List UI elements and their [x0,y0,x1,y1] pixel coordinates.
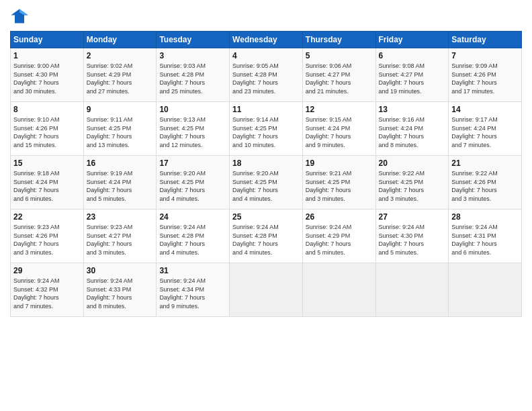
day-number: 14 [451,105,519,114]
day-cell [230,263,303,317]
day-cell: 3Sunrise: 9:03 AM Sunset: 4:28 PM Daylig… [157,48,230,102]
day-cell: 26Sunrise: 9:24 AM Sunset: 4:29 PM Dayli… [302,210,375,263]
day-info: Sunrise: 9:24 AM Sunset: 4:32 PM Dayligh… [13,277,81,310]
day-number: 2 [87,51,154,60]
week-row-3: 15Sunrise: 9:18 AM Sunset: 4:24 PM Dayli… [11,156,522,210]
day-number: 13 [379,105,446,114]
day-number: 4 [232,51,300,60]
week-row-2: 8Sunrise: 9:10 AM Sunset: 4:26 PM Daylig… [11,102,522,156]
column-header-tuesday: Tuesday [157,32,230,48]
day-info: Sunrise: 9:24 AM Sunset: 4:28 PM Dayligh… [232,223,300,257]
day-cell: 29Sunrise: 9:24 AM Sunset: 4:32 PM Dayli… [11,263,84,317]
day-number: 23 [87,212,154,222]
day-info: Sunrise: 9:24 AM Sunset: 4:31 PM Dayligh… [451,223,519,257]
day-number: 29 [13,266,81,275]
day-cell: 18Sunrise: 9:20 AM Sunset: 4:25 PM Dayli… [230,156,303,210]
week-row-1: 1Sunrise: 9:00 AM Sunset: 4:30 PM Daylig… [11,48,522,102]
day-number: 15 [13,158,81,168]
day-number: 5 [306,51,373,60]
day-info: Sunrise: 9:20 AM Sunset: 4:25 PM Dayligh… [232,169,300,203]
day-number: 27 [379,212,446,222]
day-number: 26 [306,212,373,222]
day-number: 8 [13,105,81,114]
day-info: Sunrise: 9:10 AM Sunset: 4:26 PM Dayligh… [13,116,81,149]
day-cell: 5Sunrise: 9:06 AM Sunset: 4:27 PM Daylig… [302,48,375,102]
day-info: Sunrise: 9:15 AM Sunset: 4:24 PM Dayligh… [306,116,373,149]
day-cell: 28Sunrise: 9:24 AM Sunset: 4:31 PM Dayli… [449,210,522,263]
day-info: Sunrise: 9:24 AM Sunset: 4:28 PM Dayligh… [159,223,226,257]
day-info: Sunrise: 9:19 AM Sunset: 4:24 PM Dayligh… [87,169,154,203]
day-cell: 17Sunrise: 9:20 AM Sunset: 4:25 PM Dayli… [157,156,230,210]
day-info: Sunrise: 9:21 AM Sunset: 4:25 PM Dayligh… [306,169,373,203]
day-number: 22 [13,212,81,222]
page-container: SundayMondayTuesdayWednesdayThursdayFrid… [0,0,532,324]
day-info: Sunrise: 9:23 AM Sunset: 4:27 PM Dayligh… [87,223,154,257]
day-info: Sunrise: 9:05 AM Sunset: 4:28 PM Dayligh… [232,62,300,95]
day-cell: 14Sunrise: 9:17 AM Sunset: 4:24 PM Dayli… [449,102,522,156]
day-info: Sunrise: 9:16 AM Sunset: 4:24 PM Dayligh… [379,116,446,149]
day-cell: 31Sunrise: 9:24 AM Sunset: 4:34 PM Dayli… [157,263,230,317]
day-cell: 2Sunrise: 9:02 AM Sunset: 4:29 PM Daylig… [83,48,157,102]
day-number: 1 [13,51,81,60]
day-info: Sunrise: 9:02 AM Sunset: 4:29 PM Dayligh… [87,62,154,95]
day-info: Sunrise: 9:20 AM Sunset: 4:25 PM Dayligh… [159,169,226,203]
day-cell: 19Sunrise: 9:21 AM Sunset: 4:25 PM Dayli… [302,156,375,210]
day-cell: 7Sunrise: 9:09 AM Sunset: 4:26 PM Daylig… [449,48,522,102]
day-number: 9 [87,105,154,114]
day-cell: 11Sunrise: 9:14 AM Sunset: 4:25 PM Dayli… [230,102,303,156]
calendar-table: SundayMondayTuesdayWednesdayThursdayFrid… [10,31,522,317]
day-cell: 13Sunrise: 9:16 AM Sunset: 4:24 PM Dayli… [375,102,449,156]
day-cell: 15Sunrise: 9:18 AM Sunset: 4:24 PM Dayli… [11,156,84,210]
day-number: 6 [379,51,446,60]
logo [10,7,32,26]
day-info: Sunrise: 9:11 AM Sunset: 4:25 PM Dayligh… [87,116,154,149]
column-header-sunday: Sunday [11,32,84,48]
day-cell: 4Sunrise: 9:05 AM Sunset: 4:28 PM Daylig… [230,48,303,102]
calendar-header-row: SundayMondayTuesdayWednesdayThursdayFrid… [11,32,522,48]
day-cell: 21Sunrise: 9:22 AM Sunset: 4:26 PM Dayli… [449,156,522,210]
day-info: Sunrise: 9:23 AM Sunset: 4:26 PM Dayligh… [13,223,81,257]
column-header-saturday: Saturday [449,32,522,48]
day-info: Sunrise: 9:14 AM Sunset: 4:25 PM Dayligh… [232,116,300,149]
day-info: Sunrise: 9:17 AM Sunset: 4:24 PM Dayligh… [451,116,519,149]
day-number: 20 [379,158,446,168]
day-cell: 24Sunrise: 9:24 AM Sunset: 4:28 PM Dayli… [157,210,230,263]
day-cell: 20Sunrise: 9:22 AM Sunset: 4:25 PM Dayli… [375,156,449,210]
day-info: Sunrise: 9:24 AM Sunset: 4:33 PM Dayligh… [87,277,154,310]
day-info: Sunrise: 9:24 AM Sunset: 4:29 PM Dayligh… [306,223,373,257]
day-cell [302,263,375,317]
day-number: 3 [159,51,226,60]
day-cell: 10Sunrise: 9:13 AM Sunset: 4:25 PM Dayli… [157,102,230,156]
day-number: 16 [87,158,154,168]
day-cell: 23Sunrise: 9:23 AM Sunset: 4:27 PM Dayli… [83,210,157,263]
day-cell: 6Sunrise: 9:08 AM Sunset: 4:27 PM Daylig… [375,48,449,102]
day-cell: 25Sunrise: 9:24 AM Sunset: 4:28 PM Dayli… [230,210,303,263]
day-cell: 1Sunrise: 9:00 AM Sunset: 4:30 PM Daylig… [11,48,84,102]
day-number: 30 [87,266,154,275]
day-cell: 8Sunrise: 9:10 AM Sunset: 4:26 PM Daylig… [11,102,84,156]
day-number: 24 [159,212,226,222]
day-number: 11 [232,105,300,114]
day-info: Sunrise: 9:22 AM Sunset: 4:25 PM Dayligh… [379,169,446,203]
column-header-monday: Monday [83,32,157,48]
column-header-friday: Friday [375,32,449,48]
day-number: 12 [306,105,373,114]
day-cell: 16Sunrise: 9:19 AM Sunset: 4:24 PM Dayli… [83,156,157,210]
day-info: Sunrise: 9:13 AM Sunset: 4:25 PM Dayligh… [159,116,226,149]
day-info: Sunrise: 9:03 AM Sunset: 4:28 PM Dayligh… [159,62,226,95]
day-cell [449,263,522,317]
week-row-5: 29Sunrise: 9:24 AM Sunset: 4:32 PM Dayli… [11,263,522,317]
day-cell [375,263,449,317]
day-info: Sunrise: 9:00 AM Sunset: 4:30 PM Dayligh… [13,62,81,95]
column-header-thursday: Thursday [302,32,375,48]
day-number: 28 [451,212,519,222]
day-cell: 12Sunrise: 9:15 AM Sunset: 4:24 PM Dayli… [302,102,375,156]
day-number: 31 [159,266,226,275]
week-row-4: 22Sunrise: 9:23 AM Sunset: 4:26 PM Dayli… [11,210,522,263]
day-number: 17 [159,158,226,168]
day-info: Sunrise: 9:22 AM Sunset: 4:26 PM Dayligh… [451,169,519,203]
day-number: 25 [232,212,300,222]
day-number: 18 [232,158,300,168]
logo-icon [10,7,29,26]
day-cell: 22Sunrise: 9:23 AM Sunset: 4:26 PM Dayli… [11,210,84,263]
